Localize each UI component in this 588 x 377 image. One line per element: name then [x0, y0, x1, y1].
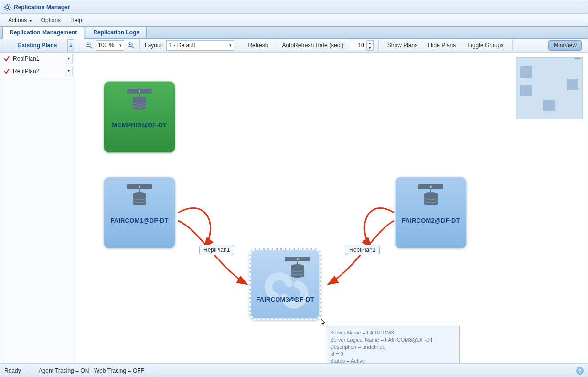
- tooltip-line: Status = Active: [330, 357, 455, 363]
- sidebar-header: Existing Plans «: [0, 39, 75, 52]
- svg-line-8: [9, 4, 10, 5]
- miniview-node: [543, 100, 555, 111]
- layout-label: Layout:: [145, 42, 163, 49]
- svg-line-13: [132, 46, 134, 48]
- svg-line-10: [90, 46, 92, 48]
- collapse-sidebar-button[interactable]: «: [67, 39, 74, 52]
- zoom-select[interactable]: 100 % ▾: [96, 40, 124, 51]
- tab-bar: Replication Management Replication Logs: [0, 26, 588, 39]
- svg-point-0: [6, 6, 9, 9]
- separator: [139, 40, 140, 51]
- node-label: FAIRCOM2@DF-DT: [402, 217, 460, 224]
- content: ReplPlan1 ▾ ReplPlan2 ▾ MEMPHIS@DF-DT: [0, 53, 588, 363]
- sidebar-item-replplan1[interactable]: ReplPlan1 ▾: [0, 53, 75, 65]
- edge-label-replplan2[interactable]: ReplPlan2: [345, 245, 380, 255]
- spinner-arrows[interactable]: ▲ ▼: [367, 40, 374, 51]
- node-label: FAIRCOM1@DF-DT: [110, 217, 169, 224]
- svg-point-35: [297, 258, 299, 260]
- app-title: Replication Manager: [14, 4, 70, 11]
- menu-bar: Actions ▾ Options Help: [0, 14, 588, 26]
- menu-options[interactable]: Options: [36, 15, 65, 25]
- refresh-button[interactable]: Refresh: [244, 41, 272, 50]
- svg-line-5: [5, 4, 6, 5]
- diagram-canvas[interactable]: MEMPHIS@DF-DT FAIRCOM1@DF-DT: [75, 53, 588, 363]
- autorefresh-spinner[interactable]: ▲ ▼: [350, 40, 374, 51]
- hide-plans-button[interactable]: Hide Plans: [424, 41, 460, 50]
- tooltip-line: Id = 3: [330, 351, 455, 358]
- layout-select[interactable]: 1 - Default ▾: [166, 40, 234, 51]
- chevron-down-icon: ▾: [229, 43, 232, 48]
- node-label: FAIRCOM3@DF-DT: [251, 296, 320, 303]
- tab-replication-management[interactable]: Replication Management: [2, 26, 84, 39]
- separator: [277, 40, 277, 51]
- sidebar-item-replplan2[interactable]: ReplPlan2 ▾: [0, 65, 75, 77]
- check-icon: [3, 68, 10, 75]
- help-icon[interactable]: ?: [576, 367, 584, 375]
- separator: [80, 40, 80, 51]
- server-rack-icon: [417, 183, 445, 208]
- zoom-out-icon[interactable]: [85, 42, 93, 49]
- miniview-node: [567, 79, 578, 90]
- sidebar-item-label: ReplPlan2: [13, 68, 65, 75]
- miniview-node: [520, 66, 532, 78]
- tab-replication-logs[interactable]: Replication Logs: [86, 26, 147, 38]
- separator: [512, 40, 513, 51]
- svg-point-23: [139, 186, 140, 188]
- status-ready: Ready: [4, 367, 21, 374]
- sidebar: ReplPlan1 ▾ ReplPlan2 ▾: [0, 53, 75, 363]
- separator: [153, 366, 153, 375]
- cursor-pointer-icon: [319, 318, 326, 327]
- miniview-node: [520, 85, 532, 96]
- zoom-value: 100 %: [98, 42, 114, 49]
- caret-down-icon: ▾: [30, 19, 32, 23]
- menu-actions[interactable]: Actions ▾: [3, 15, 36, 25]
- svg-point-17: [139, 90, 140, 92]
- zoom-in-icon[interactable]: [127, 42, 135, 49]
- node-faircom1[interactable]: FAIRCOM1@DF-DT: [104, 177, 175, 248]
- tooltip-line: Server Name = FAIRCOM3: [330, 329, 455, 336]
- toolbar-row: Existing Plans « 100 % ▾ Layout: 1 - Def…: [0, 39, 588, 53]
- sidebar-header-label: Existing Plans: [18, 42, 57, 49]
- spinner-up-icon[interactable]: ▲: [367, 41, 373, 45]
- svg-line-7: [5, 9, 6, 10]
- separator: [378, 40, 379, 51]
- spinner-down-icon[interactable]: ▼: [367, 45, 373, 50]
- gear-icon: [3, 3, 11, 11]
- miniview-panel[interactable]: [516, 57, 583, 119]
- drag-handle-icon[interactable]: [575, 58, 580, 59]
- separator: [30, 366, 30, 375]
- show-plans-button[interactable]: Show Plans: [384, 41, 421, 50]
- chevron-down-icon: ▾: [119, 43, 122, 48]
- server-rack-icon: [125, 183, 154, 208]
- layout-value: 1 - Default: [169, 42, 195, 49]
- autorefresh-input[interactable]: [350, 41, 367, 50]
- toggle-groups-button[interactable]: Toggle Groups: [462, 41, 507, 50]
- server-rack-icon: [125, 88, 154, 113]
- edge-label-replplan1[interactable]: ReplPlan1: [199, 245, 234, 255]
- check-icon: [3, 55, 10, 62]
- tooltip-line: Server Logical Name = FAIRCOM3@DF-DT: [330, 336, 455, 344]
- status-bar: Ready Agent Tracing = ON - Web Tracing =…: [0, 363, 588, 377]
- svg-point-29: [430, 186, 432, 188]
- node-tooltip: Server Name = FAIRCOM3 Server Logical Na…: [326, 326, 460, 363]
- status-tracing: Agent Tracing = ON - Web Tracing = OFF: [39, 367, 144, 374]
- dropdown-icon[interactable]: ▾: [65, 66, 73, 76]
- menu-help[interactable]: Help: [65, 15, 87, 25]
- node-faircom2[interactable]: FAIRCOM2@DF-DT: [395, 177, 467, 248]
- svg-line-6: [9, 9, 10, 10]
- tooltip-line: Description = undefined: [330, 344, 455, 351]
- menu-actions-label: Actions: [8, 17, 27, 23]
- dropdown-icon[interactable]: ▾: [65, 54, 73, 64]
- separator: [239, 40, 239, 51]
- title-bar: Replication Manager: [0, 0, 588, 14]
- node-label: MEMPHIS@DF-DT: [112, 121, 167, 129]
- server-rack-icon: [283, 256, 312, 280]
- node-memphis[interactable]: MEMPHIS@DF-DT: [104, 81, 175, 153]
- autorefresh-label: AutoRefresh Rate (sec.) :: [282, 42, 346, 49]
- toolbar: 100 % ▾ Layout: 1 - Default ▾ Refresh Au…: [75, 39, 588, 52]
- miniview-button[interactable]: MiniView: [548, 40, 582, 51]
- node-faircom3[interactable]: FAIRCOM3@DF-DT: [249, 248, 321, 320]
- sidebar-item-label: ReplPlan1: [13, 55, 65, 62]
